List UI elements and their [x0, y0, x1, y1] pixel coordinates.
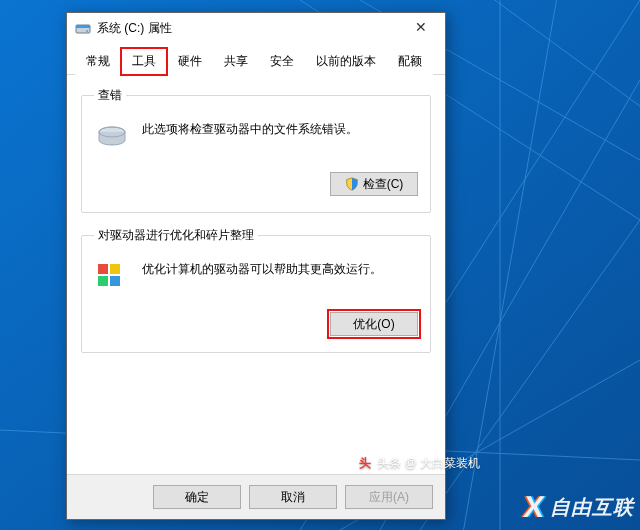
svg-rect-19: [110, 276, 120, 286]
tab-general[interactable]: 常规: [75, 48, 121, 75]
tab-previous-versions[interactable]: 以前的版本: [305, 48, 387, 75]
tab-body: 查错 此选项将检查驱动器中的文件系统错误。 检查(C) 对驱动器进行优化和碎片整…: [67, 75, 445, 474]
titlebar[interactable]: 系统 (C:) 属性 ✕: [67, 13, 445, 43]
optimize-desc: 优化计算机的驱动器可以帮助其更高效运行。: [142, 258, 418, 278]
svg-rect-12: [76, 25, 90, 28]
watermark-text: 自由互联: [550, 494, 634, 521]
tab-tools[interactable]: 工具: [121, 48, 167, 75]
tab-hardware[interactable]: 硬件: [167, 48, 213, 75]
error-check-group: 查错 此选项将检查驱动器中的文件系统错误。 检查(C): [81, 87, 431, 213]
window-title: 系统 (C:) 属性: [97, 20, 401, 37]
optimize-group: 对驱动器进行优化和碎片整理 优化计算机的驱动器可以帮助其更高效运行。 优化(O): [81, 227, 431, 353]
check-button[interactable]: 检查(C): [330, 172, 418, 196]
attribution-text: 头条 @ 大白菜装机: [377, 455, 480, 472]
drive-icon: [75, 20, 91, 36]
hdd-icon: [94, 118, 130, 154]
properties-dialog: 系统 (C:) 属性 ✕ 常规 工具 硬件 共享 安全 以前的版本 配额 查错 …: [66, 12, 446, 520]
apply-button: 应用(A): [345, 485, 433, 509]
optimize-button-label: 优化(O): [353, 316, 394, 333]
error-check-desc: 此选项将检查驱动器中的文件系统错误。: [142, 118, 418, 138]
dialog-footer: 确定 取消 应用(A): [67, 474, 445, 519]
svg-rect-18: [98, 276, 108, 286]
svg-rect-17: [110, 264, 120, 274]
cancel-button[interactable]: 取消: [249, 485, 337, 509]
tab-sharing[interactable]: 共享: [213, 48, 259, 75]
tabstrip: 常规 工具 硬件 共享 安全 以前的版本 配额: [67, 43, 445, 75]
attribution: 头 头条 @ 大白菜装机: [357, 455, 480, 472]
svg-rect-16: [98, 264, 108, 274]
error-check-legend: 查错: [94, 87, 126, 104]
watermark: X 自由互联: [524, 490, 634, 524]
optimize-legend: 对驱动器进行优化和碎片整理: [94, 227, 258, 244]
tab-security[interactable]: 安全: [259, 48, 305, 75]
optimize-button[interactable]: 优化(O): [330, 312, 418, 336]
check-button-label: 检查(C): [363, 176, 404, 193]
defrag-icon: [94, 258, 130, 294]
ok-button[interactable]: 确定: [153, 485, 241, 509]
tab-quota[interactable]: 配额: [387, 48, 433, 75]
watermark-x-icon: X: [522, 490, 547, 524]
svg-point-13: [86, 30, 88, 32]
close-button[interactable]: ✕: [401, 16, 441, 40]
toutiao-icon: 头: [357, 456, 373, 472]
shield-icon: [345, 177, 359, 191]
